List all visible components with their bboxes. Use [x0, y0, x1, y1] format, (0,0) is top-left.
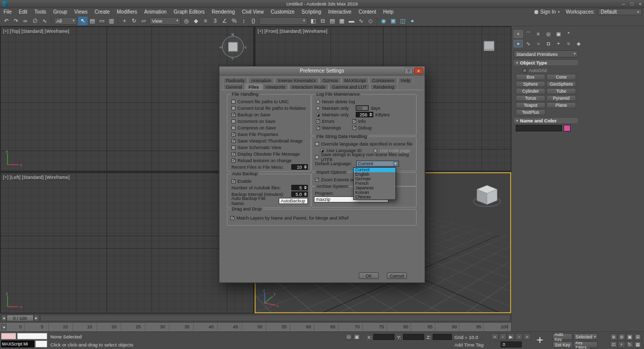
spinner-arrows[interactable] [369, 112, 373, 117]
selection-filter-dropdown[interactable]: All▾ [54, 17, 77, 25]
tab-display[interactable]: ▣ [554, 30, 563, 38]
spinner-arrows[interactable] [303, 164, 308, 170]
undo-icon[interactable]: ↶ [2, 17, 11, 25]
radio-button[interactable] [373, 149, 377, 153]
curve-editor-icon[interactable]: ∿ [356, 17, 366, 25]
tab-rendering[interactable]: Rendering [370, 84, 397, 90]
zoom-extents-icon[interactable]: ▣ [626, 333, 633, 340]
checkbox-row[interactable]: Debug [352, 124, 388, 131]
maximize-button[interactable]: □ [630, 2, 633, 7]
set-key-button[interactable]: Set Key [552, 341, 573, 348]
primitive-button[interactable]: GeoSphere [546, 81, 576, 87]
menu-group[interactable]: Group [50, 8, 71, 16]
reference-coordinate-dropdown[interactable]: View▾ [149, 17, 181, 25]
key-mode-dropdown[interactable]: Selected▾ [574, 333, 598, 340]
layer-explorer-icon[interactable]: ▦ [337, 17, 347, 25]
frame-tick-label[interactable]: 25 [136, 324, 141, 329]
menu-modifiers[interactable]: Modifiers [113, 8, 141, 16]
tab-files[interactable]: Files [246, 84, 262, 90]
checkbox-row[interactable]: Override language data specified in scen… [312, 141, 416, 147]
tab-gamma-lut[interactable]: Gamma and LUT [329, 84, 370, 90]
close-button[interactable]: × [639, 2, 641, 7]
checkbox-row[interactable]: Convert local file paths to Relative [227, 105, 310, 111]
mirror-icon[interactable]: ◧ [308, 17, 318, 25]
bind-to-space-warp-icon[interactable]: ∿ [40, 17, 49, 25]
checkbox-row[interactable]: Enable [227, 178, 310, 184]
frame-tick-label[interactable]: 75 [379, 324, 384, 329]
radio-button[interactable] [320, 149, 324, 153]
viewport-label[interactable]: [+] [Left] [Standard] [Wireframe] [3, 175, 69, 180]
default-language-dropdown[interactable]: Current ▾ [356, 161, 399, 167]
primitive-button[interactable]: Sphere [516, 81, 545, 87]
named-selection-sets-dropdown[interactable]: ▾ [259, 17, 307, 25]
viewport-label[interactable]: [+] [Top] [Standard] [Wireframe] [3, 29, 69, 34]
primitives-dropdown[interactable]: Standard Primitives ▾ [514, 50, 578, 57]
name-color-rollout[interactable]: ▾ Name and Color [513, 117, 579, 124]
window-crossing-icon[interactable]: ▥ [107, 17, 116, 25]
menu-customize[interactable]: Customize [267, 8, 298, 16]
spinner-snap-icon[interactable]: ↕ [239, 17, 249, 25]
time-slider-track[interactable] [40, 315, 510, 321]
category-systems[interactable]: ◈ [574, 40, 583, 47]
checkbox-row[interactable]: Display Obsolete File Message [227, 151, 310, 157]
snaps-toggle-icon[interactable]: 3 [210, 17, 220, 25]
keyboard-shortcut-override-icon[interactable]: ≡ [201, 17, 210, 25]
time-slider-handle[interactable]: 0 / 100 [7, 315, 34, 321]
menu-file[interactable]: File [0, 8, 15, 16]
checkbox-row[interactable]: Convert file paths to UNC [227, 98, 310, 105]
z-coordinate-field[interactable] [433, 334, 452, 340]
viewcube[interactable] [480, 38, 498, 55]
select-and-rotate-icon[interactable]: ↻ [129, 17, 139, 25]
viewport-left[interactable]: [+] [Left] [Standard] [Wireframe] x y [0, 172, 254, 313]
render-production-icon[interactable]: ● [408, 17, 417, 25]
log-days-field[interactable]: 30 [356, 105, 369, 111]
isolate-selection-icon[interactable]: ⊙ [345, 333, 352, 340]
selection-region-icon[interactable]: ▭ [97, 17, 107, 25]
schematic-view-icon[interactable]: ◇ [366, 17, 375, 25]
primitive-button[interactable]: Pyramid [546, 95, 576, 101]
autobak-count-field[interactable]: 5 [291, 185, 303, 190]
checkbox-row[interactable]: Save Viewport Thumbnail Image [227, 137, 310, 144]
menu-content[interactable]: Content [355, 8, 379, 16]
frame-tick-label[interactable]: 15 [87, 324, 92, 329]
radio-row[interactable]: Maintain only 30 days [312, 105, 416, 111]
spinner-arrows[interactable] [303, 191, 308, 197]
primitive-button[interactable]: Plane [546, 102, 576, 108]
play-icon[interactable]: ▶ [507, 333, 515, 340]
backup-name-input[interactable]: AutoBackup [279, 198, 308, 204]
autogrid-checkbox[interactable] [523, 68, 527, 73]
checkbox-row[interactable]: Save Schematic View [227, 144, 310, 151]
render-setup-icon[interactable]: ▣ [388, 17, 398, 25]
frame-tick-label[interactable]: 45 [233, 324, 238, 329]
frame-tick-label[interactable]: 90 [452, 324, 457, 329]
menu-edit[interactable]: Edit [15, 8, 31, 16]
maxscript-mini-listener[interactable]: MAXScript Mi [1, 340, 34, 347]
tab-containers[interactable]: Containers [369, 77, 397, 83]
zoom-icon[interactable]: ⊕ [610, 333, 617, 340]
material-editor-icon[interactable]: ◉ [379, 17, 388, 25]
tab-inverse-kinematics[interactable]: Inverse Kinematics [275, 77, 319, 83]
frame-tick-label[interactable]: 70 [355, 324, 360, 329]
menu-views[interactable]: Views [71, 8, 92, 16]
frame-tick-label[interactable]: 50 [257, 324, 262, 329]
help-button[interactable]: ? [405, 67, 413, 74]
orbit-icon[interactable]: ↻ [626, 341, 633, 348]
dialog-title-bar[interactable]: Preference Settings ? × [219, 66, 425, 76]
cancel-button[interactable]: Cancel [387, 272, 407, 279]
track-bar[interactable]: ◄ 05101520253035404550556065707580859095… [0, 322, 511, 331]
frame-tick-label[interactable]: 10 [63, 324, 68, 329]
tab-help[interactable]: Help [398, 77, 414, 83]
next-frame-button[interactable]: ► [34, 315, 39, 321]
dropdown-option[interactable]: Chinese [354, 195, 395, 199]
menu-help[interactable]: Help [379, 8, 397, 16]
primitive-button[interactable]: Cylinder [516, 88, 545, 94]
checkbox-row[interactable]: Compress on Save [227, 124, 310, 131]
checkbox-row[interactable]: Save strings in legacy non-scene files u… [312, 154, 416, 160]
frame-tick-label[interactable]: 40 [209, 324, 214, 329]
selection-lock-icon[interactable]: ▣ [353, 333, 360, 340]
use-pivot-point-icon[interactable]: ◎ [182, 17, 191, 25]
object-name-input[interactable] [516, 125, 562, 131]
angle-snap-icon[interactable]: ∠ [220, 17, 229, 25]
checkbox-row[interactable]: Match Layers by Name and Parent, for Mer… [227, 215, 416, 221]
primitive-button[interactable]: Torus [516, 95, 545, 101]
